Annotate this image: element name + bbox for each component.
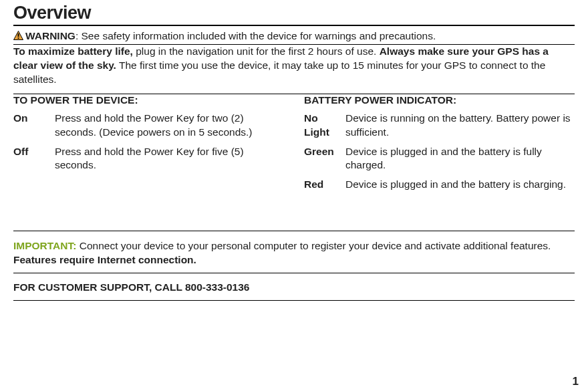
two-column-section: TO POWER THE DEVICE: On Press and hold t… [13,94,575,198]
divider [13,231,575,231]
svg-rect-2 [18,37,19,39]
warning-icon [13,30,23,44]
indicator-nolight-term: No Light [304,112,345,140]
power-column: TO POWER THE DEVICE: On Press and hold t… [13,94,284,198]
indicator-column: BATTERY POWER INDICATOR: No Light Device… [304,94,575,198]
divider [13,273,575,273]
power-on-term: On [13,112,55,140]
indicator-red-row: Red Device is plugged in and the battery… [304,178,575,192]
page-title: Overview [13,3,575,26]
power-off-row: Off Press and hold the Power Key for fiv… [13,145,284,173]
indicator-green-row: Green Device is plugged in and the batte… [304,145,575,173]
indicator-green-term: Green [304,145,345,173]
power-off-desc: Press and hold the Power Key for five (5… [55,145,284,173]
indicator-red-desc: Device is plugged in and the battery is … [345,178,575,192]
indicator-green-desc: Device is plugged in and the battery is … [345,145,575,173]
battery-life-paragraph: To maximize battery life, plug in the na… [13,45,575,87]
indicator-heading: BATTERY POWER INDICATOR: [304,94,575,106]
warning-body: : See safety information included with t… [76,30,436,41]
battery-mid: plug in the navigation unit for the firs… [133,45,380,57]
power-on-row: On Press and hold the Power Key for two … [13,112,284,140]
indicator-nolight-desc: Device is running on the battery. Batter… [345,112,575,140]
warning-text: WARNING: See safety information included… [25,29,436,43]
svg-rect-1 [18,33,19,37]
battery-lead: To maximize battery life, [13,45,133,57]
customer-support: FOR CUSTOMER SUPPORT, CALL 800-333-0136 [13,281,575,293]
important-label: IMPORTANT: [13,240,76,251]
page-number: 1 [573,375,579,388]
warning-row: WARNING: See safety information included… [13,29,575,44]
important-bold-tail: Features require Internet connection. [13,254,196,265]
divider [13,300,575,301]
power-off-term: Off [13,145,55,173]
power-heading: TO POWER THE DEVICE: [13,94,284,106]
important-row: IMPORTANT: Connect your device to your p… [13,239,575,267]
power-on-desc: Press and hold the Power Key for two (2)… [55,112,284,140]
indicator-nolight-row: No Light Device is running on the batter… [304,112,575,140]
indicator-red-term: Red [304,178,345,192]
warning-label: WARNING [25,30,76,41]
important-text: Connect your device to your personal com… [76,240,551,251]
